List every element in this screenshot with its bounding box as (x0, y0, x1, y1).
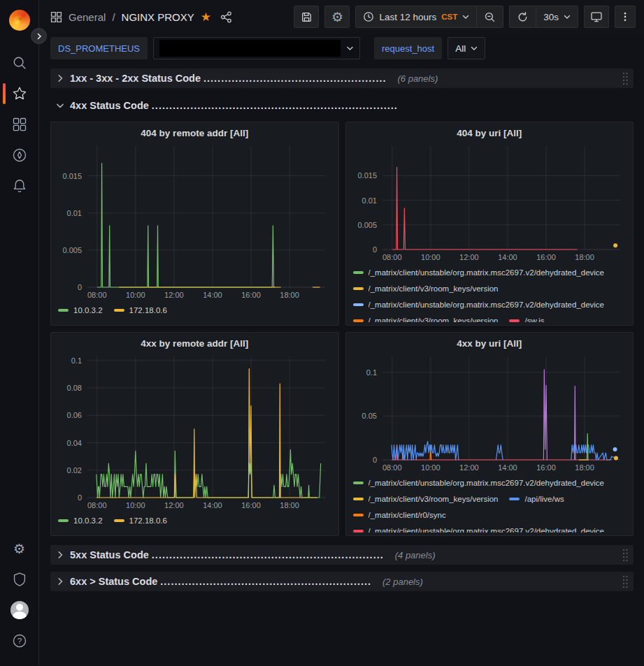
row-6xx-status-code[interactable]: 6xx > Status Code ......................… (50, 572, 634, 591)
svg-text:0: 0 (372, 456, 376, 464)
bell-icon (12, 178, 27, 194)
shield-icon (12, 572, 27, 587)
panel-title[interactable]: 4xx by uri [All] (346, 333, 634, 351)
svg-text:10:00: 10:00 (126, 291, 145, 299)
legend-swatch (353, 482, 364, 484)
legend-swatch (114, 309, 124, 312)
main-area: General / NGINX PROXY ★ ⚙ (39, 0, 644, 666)
dashboard-toolbar: ⚙ Last 12 hours CST (294, 6, 636, 28)
row-title-dots: ........................................… (152, 100, 398, 111)
svg-text:16:00: 16:00 (241, 291, 261, 299)
row-title: 1xx - 3xx - 2xx Status Code (70, 73, 201, 84)
sidebar-item-configuration[interactable]: ⚙ (0, 533, 38, 564)
sidebar-item-explore[interactable] (0, 140, 38, 171)
legend-item[interactable]: /_matrix/client/unstable/org.matrix.msc2… (353, 265, 605, 280)
chevron-down-icon (471, 45, 478, 51)
kebab-menu-button[interactable] (615, 6, 636, 28)
legend-swatch (114, 519, 124, 522)
row-title-dots: ........................................… (203, 73, 387, 84)
legend-item[interactable]: /_matrix/client/unstable/org.matrix.msc2… (353, 475, 605, 490)
sidebar-expand-button[interactable] (31, 28, 47, 44)
legend-item[interactable]: 172.18.0.6 (114, 513, 167, 528)
panel-3: 4xx by uri [All]08:0010:0012:0014:0016:0… (345, 332, 634, 536)
row-panel-count: (6 panels) (397, 73, 438, 84)
panel-title[interactable]: 404 by uri [All] (346, 122, 634, 140)
save-dashboard-button[interactable] (294, 6, 319, 28)
favorite-star-icon[interactable]: ★ (201, 11, 211, 23)
svg-text:0.005: 0.005 (357, 221, 377, 229)
row-title-dots: ........................................… (160, 576, 371, 587)
variable-ds-select[interactable] (153, 37, 360, 59)
variable-host-label[interactable]: request_host (374, 37, 442, 59)
panel-legend: 10.0.3.2172.18.0.6 (51, 301, 338, 322)
refresh-interval-picker[interactable]: 30s (536, 6, 578, 27)
sidebar-item-dashboards[interactable] (0, 109, 38, 140)
chart-plot: 08:0010:0012:0014:0016:0018:0000.050.1 (352, 351, 627, 474)
legend-item[interactable]: 10.0.3.2 (58, 303, 103, 317)
row-1xx-3xx-2xx-status-code[interactable]: 1xx - 3xx - 2xx Status Code ............… (50, 68, 634, 88)
star-outline-icon (12, 86, 27, 101)
variable-host-select[interactable]: All (448, 37, 485, 59)
legend-item[interactable]: /sw.js (509, 313, 544, 322)
timezone-label: CST (441, 13, 457, 21)
panel-title[interactable]: 4xx by remote addr [All] (51, 333, 338, 351)
sidebar-item-search[interactable] (0, 48, 38, 78)
apps-grid-icon[interactable] (50, 11, 62, 23)
row-4xx-status-code[interactable]: 4xx Status Code ........................… (50, 96, 634, 115)
row-drag-handle[interactable] (621, 71, 629, 86)
legend-item[interactable]: /_matrix/client/v3/room_keys/version (353, 313, 499, 322)
variable-ds-value-redacted (159, 40, 341, 57)
grafana-logo[interactable] (9, 10, 30, 31)
chevron-right-icon (56, 577, 64, 586)
breadcrumb: General / NGINX PROXY ★ (50, 11, 232, 23)
legend-item[interactable]: /api/live/ws (509, 491, 564, 506)
variables-bar: DS_PROMETHEUS request_host All (39, 34, 644, 63)
sidebar: ⚙ ? (0, 0, 39, 666)
variable-ds-label[interactable]: DS_PROMETHEUS (50, 37, 148, 59)
share-icon[interactable] (220, 11, 232, 23)
svg-text:0.04: 0.04 (67, 439, 82, 447)
row-drag-handle[interactable] (621, 547, 629, 563)
legend-item[interactable]: /_matrix/client/v3/room_keys/version (353, 281, 499, 296)
panel-legend: 10.0.3.2172.18.0.6 (51, 512, 338, 533)
chevron-down-icon (462, 14, 469, 20)
row-panel-count: (4 panels) (395, 550, 436, 560)
zoom-out-time-button[interactable] (477, 6, 503, 27)
breadcrumb-section[interactable]: General (69, 11, 106, 23)
svg-text:08:00: 08:00 (382, 253, 401, 261)
row-drag-handle[interactable] (621, 574, 629, 589)
legend-item[interactable]: 172.18.0.6 (114, 303, 167, 317)
refresh-icon (517, 11, 529, 23)
sidebar-item-help[interactable]: ? (0, 625, 38, 656)
sidebar-item-profile[interactable] (0, 595, 38, 625)
legend-item[interactable]: /_matrix/client/v3/room_keys/version (353, 491, 499, 506)
row-title: 6xx > Status Code (70, 576, 157, 587)
sidebar-item-server-admin[interactable] (0, 564, 38, 595)
legend-label: /_matrix/client/unstable/org.matrix.msc2… (368, 268, 605, 277)
refresh-button[interactable] (510, 6, 536, 27)
time-range-picker[interactable]: Last 12 hours CST (356, 6, 476, 27)
svg-text:16:00: 16:00 (536, 253, 556, 261)
legend-item[interactable]: /_matrix/client/r0/sync (353, 507, 446, 522)
row-5xx-status-code[interactable]: 5xx Status Code ........................… (50, 545, 634, 565)
panel-title[interactable]: 404 by remote addr [All] (51, 122, 338, 140)
legend-swatch (353, 287, 364, 290)
svg-text:18:00: 18:00 (575, 253, 594, 261)
legend-swatch (58, 519, 69, 522)
chevron-right-icon (56, 551, 64, 559)
chart-plot: 08:0010:0012:0014:0016:0018:0000.020.040… (57, 351, 332, 512)
sidebar-item-alerting[interactable] (0, 171, 38, 201)
svg-text:0: 0 (372, 245, 376, 254)
legend-label: /_matrix/client/v3/room_keys/version (368, 495, 499, 503)
panel-1: 404 by uri [All]08:0010:0012:0014:0016:0… (345, 122, 634, 326)
chevron-right-icon (56, 74, 64, 82)
legend-item[interactable]: /_matrix/client/unstable/org.matrix.msc2… (353, 523, 605, 533)
sidebar-item-starred[interactable] (0, 78, 38, 109)
legend-item[interactable]: /_matrix/client/unstable/org.matrix.msc2… (353, 297, 605, 312)
legend-item[interactable]: 10.0.3.2 (58, 513, 103, 528)
svg-text:0.005: 0.005 (62, 246, 82, 254)
dashboard-settings-button[interactable]: ⚙ (324, 6, 350, 28)
tv-mode-button[interactable] (584, 6, 609, 28)
svg-text:10:00: 10:00 (421, 253, 441, 261)
monitor-icon (590, 10, 603, 23)
